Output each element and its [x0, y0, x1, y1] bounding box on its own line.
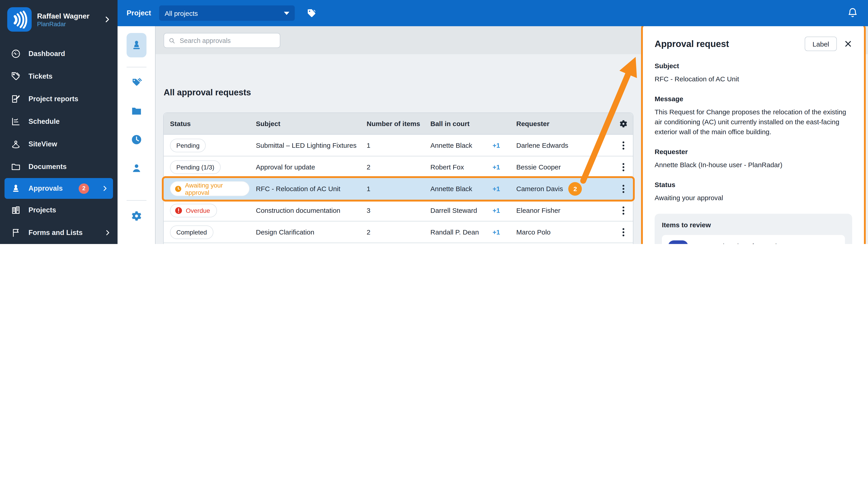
ball-in-court-cell: Annette Black [430, 141, 472, 149]
row-menu-kebab-icon[interactable] [620, 203, 627, 217]
sidebar-nav: Dashboard Tickets Project reports Schedu… [0, 42, 118, 244]
sidebar-item-documents[interactable]: Documents [0, 156, 118, 178]
divider [126, 200, 146, 201]
ball-in-court-cell: Randall P. Dean [430, 228, 479, 236]
rail-tab-settings[interactable] [130, 210, 142, 222]
sidebar-item-projects[interactable]: Projects [0, 199, 118, 221]
rail-tab-people[interactable] [130, 162, 142, 174]
table-row[interactable]: Cancelled Change Order #004 1 Leslie J. … [164, 243, 633, 244]
sidebar-item-project-reports[interactable]: Project reports [0, 88, 118, 110]
table-settings-gear-icon[interactable] [614, 119, 633, 128]
stamp-icon [11, 184, 21, 193]
items-count-cell: 2 [360, 228, 424, 236]
rail-tab-tags[interactable] [130, 77, 142, 89]
table-row[interactable]: Pending (1/3) Approval for update 2 Robe… [164, 156, 633, 178]
notifications-bell-icon[interactable] [847, 7, 858, 18]
subject-cell: Approval for update [250, 163, 360, 171]
user-name: Raffael Wagner [37, 11, 90, 21]
subject-cell: RFC - Relocation of AC Unit [250, 185, 360, 193]
sidebar-item-schedule[interactable]: Schedule [0, 110, 118, 133]
status-badge: Pending (1/3) [170, 160, 221, 174]
siteview-icon [11, 139, 21, 149]
status-badge: Pending [170, 138, 206, 152]
items-to-review-card: Items to review 345 RFC - Relocation of … [655, 214, 852, 244]
requester-cell: Cameron Davis [516, 185, 563, 193]
sidebar-item-label: Projects [29, 206, 56, 214]
ball-in-court-cell: Annette Black [430, 185, 472, 193]
table-row[interactable]: Overdue Construction documentation 3 Dar… [164, 200, 633, 221]
rail-tab-approvals[interactable] [126, 33, 146, 57]
more-assignees-link[interactable]: +1 [493, 207, 500, 214]
more-assignees-link[interactable]: +1 [493, 142, 500, 149]
close-icon[interactable] [844, 40, 852, 48]
chevron-down-icon [284, 11, 289, 15]
approval-request-panel: Approval request Label Subject RFC - Rel… [641, 23, 866, 244]
subject-cell: Submittal – LED Lighting Fixtures [250, 141, 360, 149]
table-row[interactable]: Pending Submittal – LED Lighting Fixture… [164, 135, 633, 156]
chevron-right-icon [104, 229, 111, 236]
project-selector[interactable]: All projects [159, 5, 295, 21]
requester-cell: Darlene Edwards [516, 141, 568, 149]
status-badge: Completed [170, 225, 213, 239]
app-root: Project All projects Raffael Wagner Plan… [0, 0, 868, 244]
review-item[interactable]: 345 RFC - Relocation of AC Unit [662, 235, 845, 244]
project-selector-value: All projects [165, 9, 198, 17]
sidebar-item-siteview[interactable]: SiteView [0, 133, 118, 156]
sidebar-item-label: Dashboard [29, 50, 65, 58]
report-icon [11, 94, 21, 104]
items-to-review-label: Items to review [662, 221, 845, 229]
row-menu-kebab-icon[interactable] [620, 182, 627, 195]
table-row-selected[interactable]: Awaiting your approval RFC - Relocation … [164, 178, 633, 200]
column-number-of-items[interactable]: Number of items [360, 120, 424, 127]
flag-icon [11, 228, 21, 238]
subject-label: Subject [655, 62, 852, 70]
alert-icon [175, 206, 183, 215]
column-requester[interactable]: Requester [510, 120, 614, 127]
account-switcher[interactable]: Raffael Wagner PlanRadar [0, 0, 118, 38]
message-value: This Request for Change proposes the rel… [655, 107, 852, 137]
label-button[interactable]: Label [805, 37, 837, 51]
item-name: RFC - Relocation of AC Unit [694, 242, 778, 244]
row-menu-kebab-icon[interactable] [620, 138, 627, 152]
clock-icon [175, 185, 182, 193]
rail-tab-history[interactable] [130, 134, 142, 145]
status-badge-awaiting: Awaiting your approval [170, 181, 250, 196]
table-header: Status Subject Number of items Ball in c… [164, 113, 633, 135]
more-assignees-link[interactable]: +1 [493, 163, 500, 170]
search-input[interactable] [179, 36, 275, 44]
ball-in-court-cell: Robert Fox [430, 163, 464, 171]
folder-icon [11, 162, 21, 172]
row-menu-kebab-icon[interactable] [620, 160, 627, 174]
sidebar-item-dashboard[interactable]: Dashboard [0, 42, 118, 65]
user-info: Raffael Wagner PlanRadar [37, 11, 90, 27]
sidebar-item-approvals[interactable]: Approvals 2 [4, 178, 113, 199]
requester-cell: Eleanor Fisher [516, 206, 560, 214]
items-count-cell: 1 [360, 185, 424, 193]
more-assignees-link[interactable]: +1 [493, 228, 500, 236]
subject-cell: Construction documentation [250, 206, 360, 214]
column-subject[interactable]: Subject [250, 120, 360, 127]
search-approvals-box[interactable] [164, 33, 280, 48]
status-value: Awaiting your approval [655, 193, 852, 203]
items-count-cell: 3 [360, 206, 424, 214]
column-ball-in-court[interactable]: Ball in court [424, 120, 510, 127]
sidebar-item-label: Schedule [29, 118, 60, 126]
subject-cell: Design Clarification [250, 228, 360, 236]
ball-in-court-cell: Darrell Steward [430, 206, 477, 214]
sidebar-item-label: Forms and Lists [29, 229, 83, 237]
status-label: Status [655, 181, 852, 188]
message-label: Message [655, 95, 852, 103]
sidebar-item-tickets[interactable]: Tickets [0, 65, 118, 88]
sidebar-item-label: Tickets [29, 72, 53, 80]
table-row[interactable]: Completed Design Clarification 2 Randall… [164, 221, 633, 243]
sidebar-item-forms-and-lists[interactable]: Forms and Lists [0, 221, 118, 244]
column-status[interactable]: Status [164, 120, 250, 127]
rail-tab-folders[interactable] [130, 105, 142, 117]
items-count-cell: 1 [360, 141, 424, 149]
row-menu-kebab-icon[interactable] [620, 225, 627, 239]
tag-icon[interactable] [307, 8, 317, 18]
sidebar-item-label: Documents [29, 163, 67, 171]
more-assignees-link[interactable]: +1 [493, 185, 500, 192]
dashboard-icon [11, 49, 21, 59]
divider [126, 67, 146, 67]
